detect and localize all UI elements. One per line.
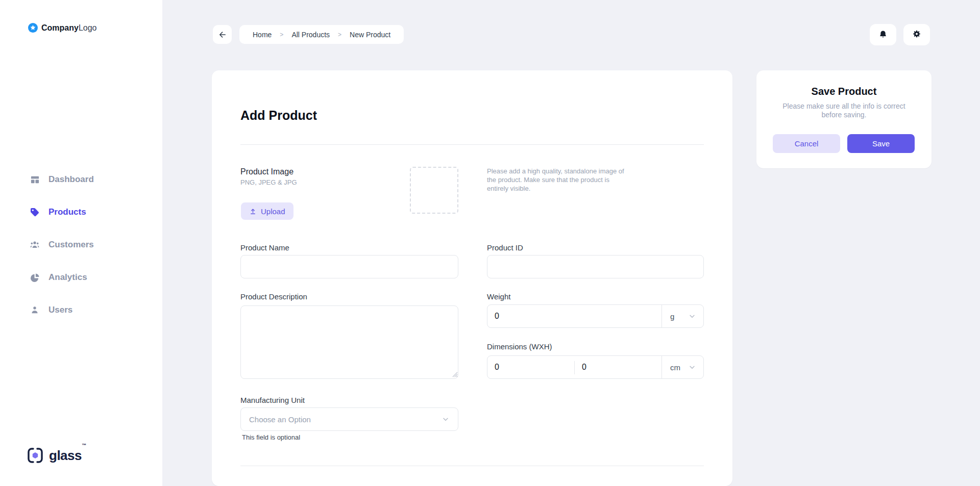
product-description-label: Product Description (240, 292, 307, 301)
breadcrumb-separator: > (280, 31, 283, 38)
save-product-panel: Save Product Please make sure all the in… (756, 70, 932, 168)
weight-input[interactable] (487, 305, 661, 327)
resize-handle[interactable] (452, 372, 458, 377)
product-id-label: Product ID (487, 243, 523, 252)
product-name-label: Product Name (240, 243, 289, 252)
dimensions-field-group: cm (487, 355, 704, 379)
dimensions-label: Dimensions (WXH) (487, 342, 552, 351)
cancel-button[interactable]: Cancel (773, 134, 840, 153)
brand-light: Logo (79, 23, 97, 32)
screen: CompanyLogo Dashboard (0, 0, 980, 486)
gear-icon (912, 30, 922, 40)
image-dropzone[interactable] (410, 167, 458, 214)
dimensions-unit-select[interactable]: cm (662, 356, 703, 378)
manufacturing-unit-select[interactable]: Choose an Option (240, 407, 458, 431)
breadcrumb: Home > All Products > New Product (239, 25, 404, 44)
dimension-width-input[interactable] (487, 356, 573, 378)
glass-wordmark: glass™ (49, 447, 86, 464)
product-image-label: Product Image (240, 167, 293, 176)
save-panel-title: Save Product (756, 86, 932, 97)
customers-icon (30, 240, 40, 250)
sidebar-nav: Dashboard Products (0, 163, 162, 326)
manufacturing-unit-helper: This field is optional (242, 433, 300, 441)
sidebar-item-products[interactable]: Products (0, 196, 162, 228)
sidebar: CompanyLogo Dashboard (0, 0, 162, 486)
image-hint: Please add a high quality, standalone im… (487, 167, 632, 193)
star-badge-icon (28, 23, 38, 33)
chevron-down-icon (688, 363, 696, 371)
breadcrumb-home[interactable]: Home (253, 31, 272, 39)
product-description-input[interactable] (240, 305, 458, 379)
sidebar-item-users[interactable]: Users (0, 294, 162, 326)
add-product-card: Add Product Product Image PNG, JPEG & JP… (212, 70, 732, 486)
sidebar-item-label: Analytics (48, 272, 87, 283)
sidebar-item-analytics[interactable]: Analytics (0, 261, 162, 294)
dashboard-icon (30, 174, 40, 185)
back-button[interactable] (213, 25, 232, 44)
manufacturing-unit-label: Manufacturing Unit (240, 396, 305, 404)
chevron-down-icon (688, 312, 696, 320)
sidebar-item-label: Dashboard (48, 174, 94, 185)
dimensions-unit-value: cm (670, 363, 680, 372)
company-logo[interactable]: CompanyLogo (28, 23, 97, 33)
save-panel-subtitle: Please make sure all the info is correct… (775, 102, 913, 119)
company-logo-text: CompanyLogo (41, 23, 97, 33)
chevron-down-icon (442, 415, 450, 423)
product-name-input[interactable] (240, 255, 458, 278)
manufacturing-unit-placeholder: Choose an Option (249, 415, 311, 424)
bell-icon (878, 30, 888, 40)
upload-button-label: Upload (261, 207, 285, 216)
breadcrumb-new-product[interactable]: New Product (350, 31, 390, 39)
arrow-left-icon (218, 30, 227, 39)
weight-unit-value: g (670, 312, 674, 321)
sidebar-item-label: Products (48, 207, 86, 217)
dimension-height-input[interactable] (575, 356, 660, 378)
notifications-button[interactable] (870, 24, 896, 45)
glass-logo: glass™ (27, 447, 86, 464)
brand-bold: Company (41, 23, 79, 32)
divider (240, 144, 704, 145)
breadcrumb-all-products[interactable]: All Products (291, 31, 330, 39)
sidebar-item-dashboard[interactable]: Dashboard (0, 163, 162, 196)
user-icon (30, 305, 40, 315)
divider (240, 466, 704, 466)
weight-field-group: g (487, 304, 704, 328)
product-id-input[interactable] (487, 255, 704, 278)
page-title: Add Product (240, 108, 317, 123)
breadcrumb-separator: > (338, 31, 341, 38)
settings-button[interactable] (903, 24, 930, 45)
product-image-formats: PNG, JPEG & JPG (240, 178, 297, 186)
weight-label: Weight (487, 292, 510, 301)
upload-button[interactable]: Upload (241, 202, 293, 220)
sidebar-item-label: Users (48, 305, 72, 315)
analytics-icon (30, 272, 40, 283)
glass-bracket-icon (27, 447, 44, 464)
weight-unit-select[interactable]: g (662, 305, 703, 327)
upload-icon (249, 208, 257, 215)
save-button[interactable]: Save (847, 134, 915, 153)
tag-icon (30, 207, 40, 217)
sidebar-item-customers[interactable]: Customers (0, 228, 162, 261)
sidebar-item-label: Customers (48, 240, 94, 250)
